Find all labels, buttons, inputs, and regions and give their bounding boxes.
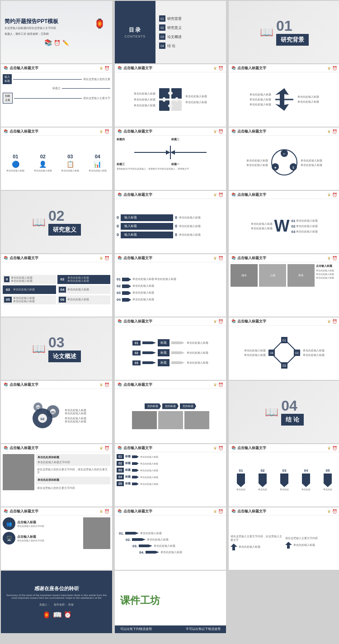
svg-marker-65 [231, 544, 237, 550]
svg-rect-5 [168, 104, 173, 107]
slide-8-title: 点击输入标题文字 [123, 129, 152, 134]
slide-27-header: 📚 点击输入标题文字 ♛ ⏰ [229, 507, 339, 516]
svg-marker-52 [132, 462, 139, 465]
contents-item-2: 02 研究意义 [159, 24, 222, 31]
book-deco-15: 📚 [231, 256, 236, 260]
slide-23-title: 点击输入标题文字 [123, 445, 152, 450]
crown-deco-13: ♛ [99, 256, 103, 260]
slide-24-content: 01 单击此处 02 单击此处 03 单击此处 04 单击此处 [229, 452, 339, 507]
crown-deco-9: ♛ [327, 129, 331, 134]
contents-item-3: 03 论文概述 [159, 33, 222, 40]
svg-marker-14 [170, 150, 175, 155]
slide-15[interactable]: 📚 点击输入标题文字 ♛ ⏰ 城市 人物 商务 点击输入标题 单击此处输入标题 … [229, 254, 339, 317]
slide-23-header: 📚 点击输入标题文字 ♛ ⏰ [115, 444, 226, 452]
slide-25[interactable]: 📚 点击输入标题文字 ♛ ⏰ 👥 点击输入标题 请在这里输入您的文字内容 🖥️ [1, 507, 112, 570]
book-deco-11: 📚 [118, 193, 122, 197]
book-deco-9: 📚 [231, 129, 236, 133]
slide-5[interactable]: 📚 点击输入标题文字 ♛ ⏰ 单击此处输入标题 单击此处输入标题 单击此处输入标… [115, 64, 226, 127]
svg-marker-51 [132, 455, 139, 458]
clock-icon-thanks: ⏰ [64, 611, 71, 618]
logo-line1: 可以出售下列情况使用 [120, 627, 152, 631]
alarm-deco-26: ⏰ [218, 509, 223, 514]
photo-1: 城市 [231, 264, 258, 287]
slide-22-content: 单击此处添加标题 单击此处输入标题文字内容 请在这里输入您的主要文字内容，请在这… [1, 452, 112, 507]
svg-marker-28 [171, 341, 185, 344]
slide-12[interactable]: 📚 点击输入标题文字 ♛ ⏰ 单击此处输入标题 单击此处输入标题 W 01 单击… [229, 191, 339, 253]
svg-rect-0 [159, 88, 170, 99]
crown-deco-5: ♛ [213, 66, 217, 71]
slide-10[interactable]: 📖 02 研究意义 [1, 191, 112, 253]
slide-27[interactable]: 📚 点击输入标题文字 ♛ ⏰ 请在这里输入主要文字内容，在这里输入主要文字 单击… [229, 507, 339, 570]
section-title-3: 论文概述 [48, 350, 81, 362]
slide-25-header: 📚 点击输入标题文字 ♛ ⏰ [1, 507, 112, 516]
svg-marker-60 [324, 474, 332, 487]
clock-icon: ⏰ [54, 40, 61, 46]
slide-13[interactable]: 📚 点击输入标题文字 ♛ ⏰ 0 单击此处输入标题单击此处输入标题 02 单击此… [1, 254, 112, 317]
step-3: 03. 单击此处输入标题 [132, 544, 175, 548]
svg-marker-53 [132, 469, 139, 472]
slide-17[interactable]: 📚 点击输入标题文字 ♛ ⏰ 01 标题 单击此处输入标题 02 [115, 317, 226, 380]
slide-14[interactable]: 📚 点击输入标题文字 ♛ ⏰ 01 单击此处输入标题 单击此处输入标题 02 单… [115, 254, 226, 317]
svg-marker-55 [132, 483, 139, 485]
slide-18[interactable]: 📚 点击输入标题文字 ♛ ⏰ 单击此处输入标题 单击此处输入标题 01 [229, 317, 339, 380]
svg-marker-30 [171, 351, 185, 354]
slide-23[interactable]: 📚 点击输入标题文字 ♛ ⏰ 01 标题 单击此处输入标题 02 标题 [115, 444, 226, 507]
slide-21[interactable]: 📖 04 结 论 [229, 381, 339, 443]
thanks-title: 感谢在座各位的聆听 [34, 585, 79, 592]
book-deco-7: 📚 [4, 129, 8, 133]
five-col-3: 03 单击此处 [274, 469, 295, 491]
slide-19[interactable]: 📚 点击输入标题文字 ♛ ⏰ 02 03 [1, 381, 112, 443]
five-col-4: 04 单击此处 [296, 469, 316, 491]
slide-7[interactable]: 📚 点击输入标题文字 ♛ ⏰ 01 🔵 单击此处输入标题 02 👤 单击此处输入… [1, 128, 112, 190]
slide-9[interactable]: 📚 点击输入标题文字 ♛ ⏰ 单击此处输入标题 单击此处输入标题 ✂ $ [229, 128, 339, 190]
slide-5-title: 点击输入标题文字 [123, 66, 152, 71]
slide-3[interactable]: 📖 01 研究背景 [229, 1, 339, 63]
slide-6[interactable]: 📚 点击输入标题文字 ♛ ⏰ 单击此处输入标题 单击此处输入标题 单击此处输入标… [229, 64, 339, 127]
slide-4-content: 输入标题 请在这里输入您的主要 标题之 别处之处 请在这里输入主要文字 [1, 72, 112, 127]
svg-rect-2 [159, 100, 170, 111]
slide-26-content: 01. 单击此处输入标题 02. 单击此处输入标题 03. 单击此处输入标题 0… [115, 516, 226, 570]
photo-3: 商务 [287, 264, 315, 287]
slide-28[interactable]: 感谢在座各位的聆听 Summary of the work of the imp… [1, 571, 112, 633]
slide-2[interactable]: 目录 CONTENTS 01 研究背景 02 研究意义 03 论文概述 04 结… [115, 1, 226, 63]
alarm-deco-6: ⏰ [332, 66, 337, 71]
crown-deco-26: ♛ [213, 509, 217, 514]
slide-26[interactable]: 📚 点击输入标题文字 ♛ ⏰ 01. 单击此处输入标题 02. 单击此处输入标题… [115, 507, 226, 570]
slide-4[interactable]: 📚 点击输入标题文字 ♛ ⏰ 输入标题 请在这里输入您的主要 标题之 [1, 64, 112, 127]
contents-num-2: 02 [159, 24, 165, 31]
slide-18-title: 点击输入标题文字 [237, 319, 266, 324]
slide-7-content: 01 🔵 单击此处输入标题 02 👤 单击此处输入标题 03 📋 单击此处输入标… [1, 136, 112, 190]
crown-deco-6: ♛ [327, 66, 331, 71]
slide-7-header: 📚 点击输入标题文字 ♛ ⏰ [1, 128, 112, 136]
chevron-photo-2 [158, 411, 183, 429]
alarm-deco-20: ⏰ [218, 383, 223, 387]
slide-11[interactable]: 📚 点击输入标题文字 ♛ ⏰ 0 输入标题 0 单击此处输入标题 0 输入标题 … [115, 191, 226, 253]
slide-27-title: 点击输入标题文字 [237, 509, 266, 514]
section-number-4: 04 [281, 398, 297, 413]
slide-23-content: 01 标题 单击此处输入标题 02 标题 单击此处输入标题 03 标题 单击此处… [115, 452, 226, 507]
photo-25 [83, 517, 110, 549]
slide-1[interactable]: 简约开题报告PPT模板 在这里输入副标题内容在这里输入文字内容 发题人：课件工坊… [1, 1, 112, 63]
section-book-icon: 📖 [260, 26, 273, 38]
slide-8[interactable]: 📚 点击输入标题文字 ♛ ⏰ 标题四 标题二 [115, 128, 226, 190]
alarm-deco-8: ⏰ [218, 129, 223, 134]
svg-rect-4 [168, 92, 173, 95]
section-number-2: 02 [48, 208, 65, 223]
alarm-deco-24: ⏰ [332, 446, 337, 450]
alarm-deco-18: ⏰ [332, 319, 337, 324]
crown-deco-19: ♛ [99, 383, 103, 387]
alarm-deco-19: ⏰ [104, 383, 109, 387]
slide-20[interactable]: 📚 点击输入标题文字 ♛ ⏰ 您的标题 您的标题 您的标题 [115, 381, 226, 443]
slide-22[interactable]: 📚 点击输入标题文字 ♛ ⏰ 单击此处添加标题 单击此处输入标题文字内容 请在这… [1, 444, 112, 507]
svg-marker-57 [259, 474, 267, 487]
item-02: 02 👤 单击此处输入标题 [30, 154, 56, 172]
svg-marker-64 [146, 551, 159, 554]
slide-16[interactable]: 📖 03 论文概述 [1, 317, 112, 380]
item-01: 01 🔵 单击此处输入标题 [3, 154, 28, 172]
slide-15-content: 城市 人物 商务 点击输入标题 单击此处输入标题 单击此处输入标题 单击此处输入… [229, 262, 339, 317]
book-deco-26: 📚 [118, 509, 122, 513]
five-col-2: 02 单击此处 [252, 469, 273, 491]
slide-24[interactable]: 📚 点击输入标题文字 ♛ ⏰ 01 单击此处 02 单击此处 [229, 444, 339, 507]
book-deco-23: 📚 [118, 446, 122, 450]
svg-marker-62 [132, 538, 146, 541]
